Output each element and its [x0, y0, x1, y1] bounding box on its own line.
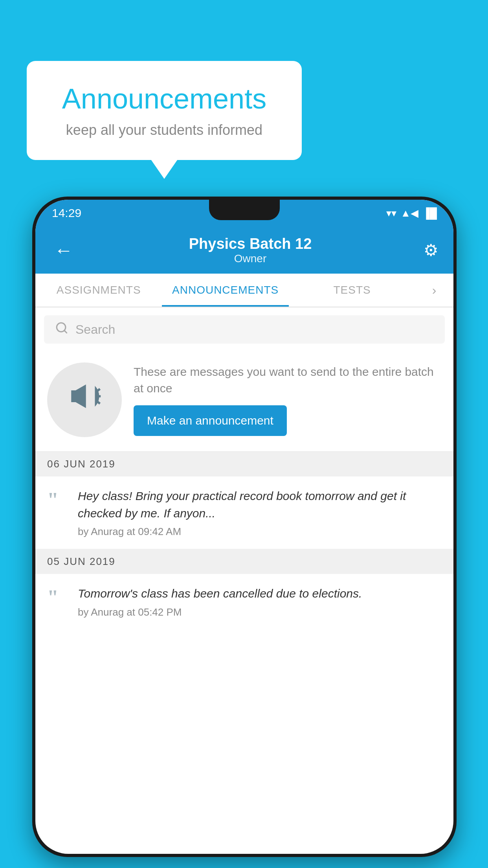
tab-assignments[interactable]: ASSIGNMENTS — [35, 274, 162, 307]
promo-content: These are messages you want to send to t… — [134, 364, 442, 436]
app-bar-subtitle: Owner — [189, 252, 312, 265]
app-bar: ← Physics Batch 12 Owner ⚙ — [35, 226, 453, 274]
announcement-item-1: " Hey class! Bring your practical record… — [35, 476, 453, 549]
phone-screen: 14:29 ▾▾ ▲◀ ▐█ ← Physics Batch 12 Owner … — [35, 200, 453, 854]
promo-section: These are messages you want to send to t… — [35, 351, 453, 452]
battery-icon: ▐█ — [422, 207, 437, 219]
search-bar-container: Search — [35, 307, 453, 351]
app-bar-title-section: Physics Batch 12 Owner — [189, 235, 312, 265]
search-bar[interactable]: Search — [44, 315, 445, 344]
search-placeholder: Search — [75, 322, 115, 337]
signal-icon: ▲◀ — [400, 207, 418, 219]
status-bar: 14:29 ▾▾ ▲◀ ▐█ — [35, 200, 453, 226]
phone-frame: 14:29 ▾▾ ▲◀ ▐█ ← Physics Batch 12 Owner … — [32, 197, 457, 857]
tab-bar: ASSIGNMENTS ANNOUNCEMENTS TESTS › — [35, 274, 453, 307]
announcement-text-1: Hey class! Bring your practical record b… — [78, 487, 442, 522]
announcement-content-1: Hey class! Bring your practical record b… — [78, 487, 442, 538]
settings-button[interactable]: ⚙ — [424, 241, 438, 260]
tab-tests[interactable]: TESTS — [289, 274, 415, 307]
quote-icon-2: " — [47, 585, 69, 618]
promo-description: These are messages you want to send to t… — [134, 364, 442, 397]
tab-announcements[interactable]: ANNOUNCEMENTS — [162, 274, 288, 307]
promo-icon-circle — [47, 362, 122, 437]
date-separator-1: 06 JUN 2019 — [35, 452, 453, 476]
bubble-subtitle: keep all your students informed — [50, 122, 278, 138]
megaphone-icon — [67, 379, 102, 421]
app-bar-title: Physics Batch 12 — [189, 235, 312, 252]
bubble-title: Announcements — [50, 83, 278, 115]
tab-more[interactable]: › — [415, 274, 453, 307]
announcement-text-2: Tomorrow's class has been cancelled due … — [78, 585, 442, 602]
search-icon — [55, 321, 68, 338]
quote-icon-1: " — [47, 487, 69, 538]
back-button[interactable]: ← — [50, 235, 77, 265]
announcement-content-2: Tomorrow's class has been cancelled due … — [78, 585, 442, 618]
notch — [209, 200, 280, 220]
speech-bubble-card: Announcements keep all your students inf… — [27, 61, 302, 160]
wifi-icon: ▾▾ — [386, 207, 396, 219]
status-time: 14:29 — [52, 206, 81, 220]
announcement-item-2: " Tomorrow's class has been cancelled du… — [35, 574, 453, 629]
announcement-meta-2: by Anurag at 05:42 PM — [78, 606, 442, 618]
announcement-meta-1: by Anurag at 09:42 AM — [78, 526, 442, 538]
date-separator-2: 05 JUN 2019 — [35, 549, 453, 574]
make-announcement-button[interactable]: Make an announcement — [134, 405, 287, 436]
status-icons: ▾▾ ▲◀ ▐█ — [386, 207, 437, 219]
svg-line-1 — [64, 331, 67, 333]
speech-bubble: Announcements keep all your students inf… — [27, 61, 302, 160]
